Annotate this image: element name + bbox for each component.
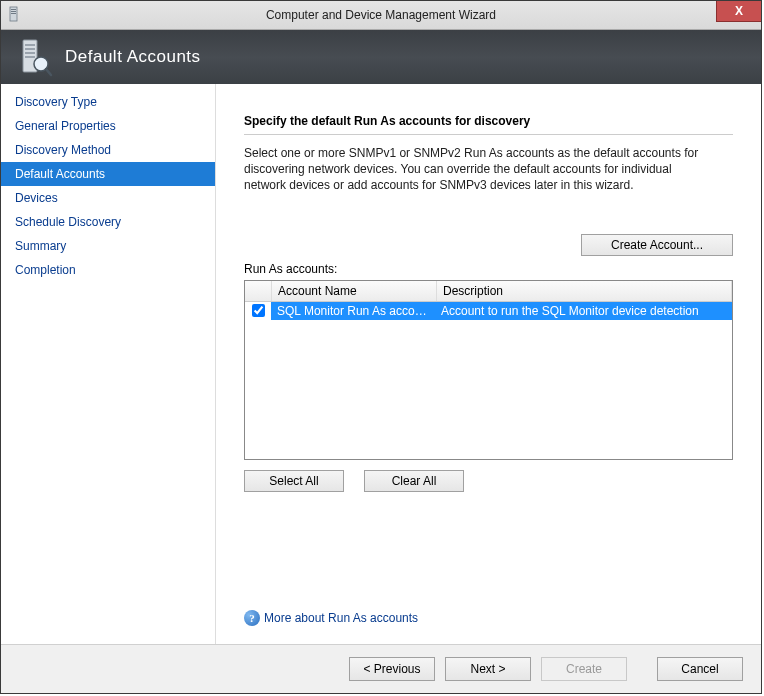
body: Discovery TypeGeneral PropertiesDiscover… <box>1 84 761 644</box>
create-button[interactable]: Create <box>541 657 627 681</box>
wizard-window: Computer and Device Management Wizard X … <box>0 0 762 694</box>
close-button[interactable]: X <box>716 1 761 22</box>
create-account-button[interactable]: Create Account... <box>581 234 733 256</box>
titlebar: Computer and Device Management Wizard X <box>1 1 761 30</box>
svg-rect-7 <box>25 52 35 54</box>
svg-rect-6 <box>25 48 35 50</box>
main-heading: Specify the default Run As accounts for … <box>244 114 733 135</box>
svg-rect-5 <box>25 44 35 46</box>
row-checkbox[interactable] <box>252 304 265 317</box>
cancel-button[interactable]: Cancel <box>657 657 743 681</box>
help-link[interactable]: ? More about Run As accounts <box>244 610 418 626</box>
col-description[interactable]: Description <box>437 281 732 301</box>
svg-rect-1 <box>11 9 16 10</box>
col-check <box>245 281 272 301</box>
svg-rect-8 <box>25 56 35 58</box>
row-account-name: SQL Monitor Run As account <box>271 302 435 320</box>
banner-title: Default Accounts <box>65 47 201 67</box>
server-magnifier-icon <box>19 38 51 76</box>
row-checkbox-cell <box>245 302 271 320</box>
svg-rect-2 <box>11 11 16 12</box>
sidebar-item-default-accounts[interactable]: Default Accounts <box>1 162 215 186</box>
sidebar-item-summary[interactable]: Summary <box>1 234 215 258</box>
previous-button[interactable]: < Previous <box>349 657 435 681</box>
main-description: Select one or more SNMPv1 or SNMPv2 Run … <box>244 145 714 194</box>
header-banner: Default Accounts <box>1 30 761 84</box>
footer: < Previous Next > Create Cancel <box>1 644 761 693</box>
sidebar-item-discovery-type[interactable]: Discovery Type <box>1 90 215 114</box>
sidebar-item-completion[interactable]: Completion <box>1 258 215 282</box>
sidebar-item-devices[interactable]: Devices <box>1 186 215 210</box>
create-account-row: Create Account... <box>244 234 733 256</box>
col-account-name[interactable]: Account Name <box>272 281 437 301</box>
row-description: Account to run the SQL Monitor device de… <box>435 302 732 320</box>
select-all-button[interactable]: Select All <box>244 470 344 492</box>
app-icon <box>7 6 23 22</box>
list-buttons: Select All Clear All <box>244 470 733 492</box>
next-button[interactable]: Next > <box>445 657 531 681</box>
runas-list-label: Run As accounts: <box>244 262 733 276</box>
close-icon: X <box>735 4 743 18</box>
main-panel: Specify the default Run As accounts for … <box>216 84 761 644</box>
sidebar-item-schedule-discovery[interactable]: Schedule Discovery <box>1 210 215 234</box>
help-link-text: More about Run As accounts <box>264 611 418 625</box>
table-row[interactable]: SQL Monitor Run As accountAccount to run… <box>245 302 732 320</box>
sidebar-item-general-properties[interactable]: General Properties <box>1 114 215 138</box>
svg-line-10 <box>46 69 51 75</box>
help-icon: ? <box>244 610 260 626</box>
clear-all-button[interactable]: Clear All <box>364 470 464 492</box>
sidebar: Discovery TypeGeneral PropertiesDiscover… <box>1 84 216 644</box>
svg-rect-3 <box>11 13 16 14</box>
window-title: Computer and Device Management Wizard <box>266 8 496 22</box>
sidebar-item-discovery-method[interactable]: Discovery Method <box>1 138 215 162</box>
runas-accounts-list[interactable]: Account Name Description SQL Monitor Run… <box>244 280 733 460</box>
list-header: Account Name Description <box>245 281 732 302</box>
